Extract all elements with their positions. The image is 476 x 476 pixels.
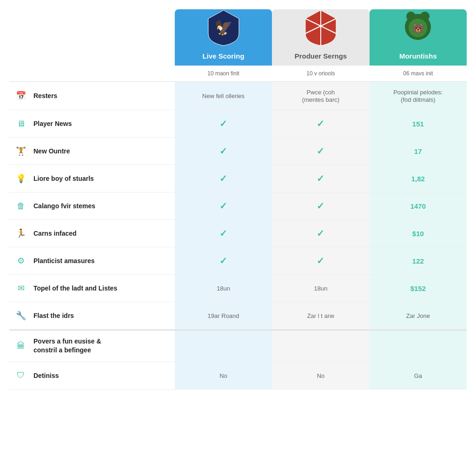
feature-row-3: 💡Liore boy of stuarls✓✓1,82 bbox=[9, 165, 467, 192]
header-empty-label bbox=[9, 9, 175, 48]
feature-label-text-9: Povers a fun eusise &constril a befingee bbox=[33, 337, 101, 355]
feature-val-3-col3: 1,82 bbox=[370, 165, 467, 192]
check-icon: ✓ bbox=[219, 228, 227, 238]
feature-label-text-1: Player News bbox=[33, 120, 72, 127]
feature-row-8: 🔧Flast the idrs19ar RoandZar l t aneZar … bbox=[9, 302, 467, 330]
feature-row-1: 🖥Player News✓✓151 bbox=[9, 110, 467, 138]
feature-icon-1: 🖥 bbox=[14, 117, 28, 131]
feature-val-10-col1: No bbox=[175, 362, 272, 389]
check-icon: ✓ bbox=[219, 201, 227, 211]
feature-label-cell-7: ✉Topel of the ladt and Listes bbox=[9, 275, 175, 302]
feature-label-cell-6: ⚙Planticist amasures bbox=[9, 247, 175, 275]
feature-icon-2: 🏋 bbox=[14, 144, 28, 158]
feature-label-cell-1: 🖥Player News bbox=[9, 110, 175, 138]
feature-val-7-col1: 18un bbox=[175, 275, 272, 302]
feature-val-0-col3: Poopinial pelodes:(fod diitmals) bbox=[370, 82, 467, 110]
feature-rows: 📅RestersNew fell olleriesPwce (coh(mente… bbox=[9, 82, 467, 390]
feature-val-4-col2: ✓ bbox=[272, 192, 369, 220]
feature-row-0: 📅RestersNew fell olleriesPwce (coh(mente… bbox=[9, 82, 467, 110]
check-icon: ✓ bbox=[219, 119, 227, 129]
check-icon: ✓ bbox=[317, 228, 324, 238]
feature-val-6-col3: 122 bbox=[370, 247, 467, 275]
col3-logo-cell: 🐻 bbox=[370, 9, 467, 48]
feature-row-2: 🏋New Ountre✓✓17 bbox=[9, 138, 467, 165]
feature-val-10-col3: Ga bbox=[370, 362, 467, 389]
feature-row-7: ✉Topel of the ladt and Listes18un18un$15… bbox=[9, 275, 467, 302]
col1-subtitle: 10 maon finit bbox=[175, 66, 272, 82]
feature-label-text-4: Calango fvir stemes bbox=[33, 202, 95, 210]
subtitle-row: 10 maon finit 10 v oriools 06 mavs init bbox=[9, 66, 467, 82]
col2-subtitle: 10 v oriools bbox=[272, 66, 369, 82]
feature-label-text-10: Detiniss bbox=[33, 372, 59, 379]
feature-icon-0: 📅 bbox=[14, 89, 28, 103]
feature-icon-9: 🏛 bbox=[14, 339, 28, 353]
col3-logo: 🐻 bbox=[399, 9, 436, 46]
col3-subtitle: 06 mavs init bbox=[370, 66, 467, 82]
feature-icon-6: ⚙ bbox=[14, 254, 28, 268]
feature-label-cell-10: 🛡Detiniss bbox=[9, 362, 175, 389]
feature-val-9-col2 bbox=[272, 331, 369, 362]
feature-row-4: 🗑Calango fvir stemes✓✓1470 bbox=[9, 192, 467, 220]
col2-logo-cell bbox=[272, 9, 369, 48]
feature-label-cell-3: 💡Liore boy of stuarls bbox=[9, 165, 175, 192]
svg-text:🐻: 🐻 bbox=[412, 23, 424, 34]
feature-label-text-0: Resters bbox=[33, 92, 57, 99]
feature-val-4-col1: ✓ bbox=[175, 192, 272, 220]
check-icon: ✓ bbox=[317, 256, 324, 266]
feature-val-1-col1: ✓ bbox=[175, 110, 272, 138]
col2-logo bbox=[302, 9, 339, 46]
feature-val-2-col3: 17 bbox=[370, 138, 467, 165]
feature-val-4-col3: 1470 bbox=[370, 192, 467, 220]
feature-val-2-col1: ✓ bbox=[175, 138, 272, 165]
bear-icon: 🐻 bbox=[402, 9, 434, 46]
col1-title: Live Scoring bbox=[175, 48, 272, 66]
feature-icon-10: 🛡 bbox=[14, 369, 28, 383]
feature-val-7-col3: $152 bbox=[370, 275, 467, 302]
feature-val-6-col2: ✓ bbox=[272, 247, 369, 275]
feature-icon-5: 🏃 bbox=[14, 226, 28, 240]
feature-label-cell-0: 📅Resters bbox=[9, 82, 175, 110]
feature-val-9-col3 bbox=[370, 331, 467, 362]
feature-val-5-col1: ✓ bbox=[175, 220, 272, 247]
feature-label-text-7: Topel of the ladt and Listes bbox=[33, 284, 117, 292]
header-title-empty bbox=[9, 48, 175, 66]
feature-val-3-col2: ✓ bbox=[272, 165, 369, 192]
check-icon: ✓ bbox=[219, 173, 227, 184]
feature-label-text-3: Liore boy of stuarls bbox=[33, 175, 94, 182]
feature-row-5: 🏃Carns infaced✓✓$10 bbox=[9, 220, 467, 247]
check-icon: ✓ bbox=[317, 146, 324, 156]
feature-val-10-col2: No bbox=[272, 362, 369, 389]
feature-label-cell-2: 🏋New Ountre bbox=[9, 138, 175, 165]
feature-icon-4: 🗑 bbox=[14, 199, 28, 213]
raven-icon: 🦅 bbox=[207, 9, 240, 46]
feature-row-6: ⚙Planticist amasures✓✓122 bbox=[9, 247, 467, 275]
feature-row-9: 🏛Povers a fun eusise &constril a befinge… bbox=[9, 331, 467, 362]
feature-val-6-col1: ✓ bbox=[175, 247, 272, 275]
check-icon: ✓ bbox=[317, 119, 324, 129]
feature-val-3-col1: ✓ bbox=[175, 165, 272, 192]
feature-label-cell-9: 🏛Povers a fun eusise &constril a befinge… bbox=[9, 331, 175, 362]
check-icon: ✓ bbox=[219, 146, 227, 156]
feature-val-8-col1: 19ar Roand bbox=[175, 302, 272, 330]
col1-logo: 🦅 bbox=[205, 9, 242, 46]
feature-val-2-col2: ✓ bbox=[272, 138, 369, 165]
feature-label-text-5: Carns infaced bbox=[33, 230, 77, 237]
feature-label-text-8: Flast the idrs bbox=[33, 312, 74, 319]
feature-label-cell-5: 🏃Carns infaced bbox=[9, 220, 175, 247]
feature-val-0-col2: Pwce (coh(mentes barc) bbox=[272, 82, 369, 110]
col1-logo-cell: 🦅 bbox=[175, 9, 272, 48]
subtitle-empty bbox=[9, 66, 175, 82]
feature-val-9-col1 bbox=[175, 331, 272, 362]
feature-val-8-col2: Zar l t ane bbox=[272, 302, 369, 330]
header-logo-row: 🦅 bbox=[9, 9, 467, 48]
feature-icon-8: 🔧 bbox=[14, 309, 28, 323]
col2-title: Produer Serngs bbox=[272, 48, 369, 66]
feature-row-10: 🛡DetinissNoNoGa bbox=[9, 362, 467, 389]
svg-text:🦅: 🦅 bbox=[214, 19, 233, 36]
feature-val-0-col1: New fell olleries bbox=[175, 82, 272, 110]
feature-icon-7: ✉ bbox=[14, 281, 28, 295]
feature-label-text-2: New Ountre bbox=[33, 147, 70, 155]
feature-icon-3: 💡 bbox=[14, 172, 28, 185]
feature-label-cell-8: 🔧Flast the idrs bbox=[9, 302, 175, 330]
check-icon: ✓ bbox=[219, 256, 227, 266]
